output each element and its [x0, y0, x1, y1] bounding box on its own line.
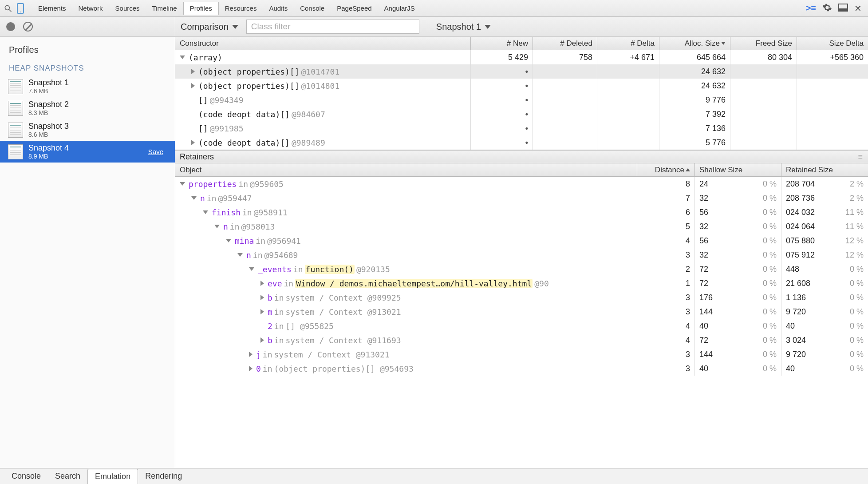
table-row[interactable]: (object properties)[] @1014701 • 24 632 — [175, 64, 868, 79]
col-deleted[interactable]: # Deleted — [533, 37, 597, 50]
svg-line-1 — [9, 9, 12, 12]
drawer-tabs: ConsoleSearchEmulationRendering — [0, 468, 868, 484]
snapshot-item[interactable]: Snapshot 1 7.6 MB — [0, 75, 175, 97]
panel-tabs: ElementsNetworkSourcesTimelineProfilesRe… — [32, 2, 421, 15]
table-row[interactable]: 0 in (object properties)[] @954693 3 400… — [175, 361, 868, 376]
toggle-console-icon[interactable]: >≡ — [806, 3, 816, 13]
search-icon[interactable] — [4, 4, 12, 13]
table-row[interactable]: properties in @959605 8 240 % 208 7042 % — [175, 177, 868, 191]
col-sizedelta[interactable]: Size Delta — [797, 37, 868, 50]
devtools-toolbar: ElementsNetworkSourcesTimelineProfilesRe… — [0, 0, 868, 17]
table-row[interactable]: _events in function() @920135 2 720 % 44… — [175, 262, 868, 276]
table-row[interactable]: m in system / Context @913021 3 1440 % 9… — [175, 305, 868, 319]
view-dropdown-label: Comparison — [181, 22, 229, 32]
sidebar-title: Profiles — [0, 37, 175, 60]
profiles-sidebar: Profiles HEAP SNAPSHOTS Snapshot 1 7.6 M… — [0, 17, 175, 468]
panel-toolbar: Comparison Snapshot 1 — [175, 17, 868, 37]
svg-point-3 — [20, 12, 21, 12]
col-object[interactable]: Object — [175, 163, 637, 176]
clear-icon[interactable] — [23, 22, 33, 32]
table-row[interactable]: (object properties)[] @1014801 • 24 632 — [175, 79, 868, 93]
chevron-down-icon — [485, 25, 491, 29]
col-delta[interactable]: # Delta — [597, 37, 659, 50]
class-filter-input[interactable] — [246, 20, 419, 34]
snapshot-icon — [8, 123, 23, 138]
snapshot-item[interactable]: Snapshot 4 8.9 MB Save — [0, 141, 175, 163]
baseline-dropdown[interactable]: Snapshot 1 — [436, 22, 491, 32]
close-icon[interactable]: ✕ — [854, 3, 862, 14]
drawer-tab-emulation[interactable]: Emulation — [87, 469, 138, 484]
drawer-tab-search[interactable]: Search — [48, 469, 87, 484]
table-row[interactable]: (code deopt data)[] @984607 • 7 392 — [175, 107, 868, 121]
retainers-title: Retainers — [180, 152, 214, 162]
snapshot-name: Snapshot 3 — [28, 122, 69, 131]
drawer-tab-rendering[interactable]: Rendering — [138, 469, 189, 484]
table-row[interactable]: 2 in [] @955825 4 400 % 400 % — [175, 319, 868, 333]
chevron-down-icon — [232, 25, 238, 29]
main: Profiles HEAP SNAPSHOTS Snapshot 1 7.6 M… — [0, 17, 868, 468]
snapshot-icon — [8, 79, 23, 94]
tab-pagespeed[interactable]: PageSpeed — [331, 2, 378, 15]
col-new[interactable]: # New — [471, 37, 533, 50]
baseline-dropdown-label: Snapshot 1 — [436, 22, 481, 32]
snapshot-name: Snapshot 2 — [28, 100, 69, 109]
view-dropdown[interactable]: Comparison — [181, 22, 238, 32]
drawer-tab-console[interactable]: Console — [4, 469, 48, 484]
snapshot-icon — [8, 101, 23, 116]
retainers-title-bar[interactable]: Retainers ≡ — [175, 150, 868, 163]
col-freed[interactable]: Freed Size — [730, 37, 797, 50]
table-row[interactable]: mina in @956941 4 560 % 075 88012 % — [175, 234, 868, 248]
tab-angularjs[interactable]: AngularJS — [378, 2, 421, 15]
snapshot-item[interactable]: Snapshot 3 8.6 MB — [0, 119, 175, 141]
sort-asc-icon — [686, 168, 690, 171]
sidebar-toolbar — [0, 17, 175, 37]
tab-elements[interactable]: Elements — [32, 2, 72, 15]
snapshot-size: 7.6 MB — [28, 87, 69, 95]
table-row[interactable]: b in system / Context @911693 4 720 % 3 … — [175, 333, 868, 347]
table-row[interactable]: finish in @958911 6 560 % 024 03211 % — [175, 205, 868, 219]
col-constructor[interactable]: Constructor — [175, 37, 471, 50]
svg-rect-5 — [839, 8, 848, 11]
comparison-panel: Comparison Snapshot 1 Constructor # New … — [175, 17, 868, 468]
snapshot-size: 8.9 MB — [28, 153, 69, 160]
table-row[interactable]: eve in Window / demos.michaeltempest…om/… — [175, 276, 868, 290]
table-row[interactable]: b in system / Context @909925 3 1760 % 1… — [175, 290, 868, 305]
snapshot-name: Snapshot 4 — [28, 143, 69, 153]
table-row[interactable]: [] @994349 • 9 776 — [175, 93, 868, 107]
col-retained[interactable]: Retained Size — [781, 163, 868, 176]
retainers-header: Object Distance Shallow Size Retained Si… — [175, 163, 868, 177]
settings-icon[interactable] — [822, 3, 832, 14]
tab-network[interactable]: Network — [72, 2, 109, 15]
grip-icon: ≡ — [858, 152, 864, 162]
table-row[interactable]: n in @954689 3 320 % 075 91212 % — [175, 248, 868, 262]
table-row[interactable]: n in @958013 5 320 % 024 06411 % — [175, 219, 868, 234]
table-row[interactable]: n in @959447 7 320 % 208 7362 % — [175, 191, 868, 205]
sort-desc-icon — [721, 42, 726, 45]
col-shallow[interactable]: Shallow Size — [695, 163, 781, 176]
comparison-header: Constructor # New # Deleted # Delta Allo… — [175, 37, 868, 50]
tab-timeline[interactable]: Timeline — [146, 2, 183, 15]
table-row[interactable]: (code deopt data)[] @989489 • 5 776 — [175, 135, 868, 150]
device-icon[interactable] — [14, 2, 27, 15]
snapshot-size: 8.6 MB — [28, 131, 69, 138]
col-distance[interactable]: Distance — [637, 163, 695, 176]
table-row[interactable]: [] @991985 • 7 136 — [175, 121, 868, 135]
sidebar-category: HEAP SNAPSHOTS — [0, 60, 175, 75]
snapshot-size: 8.3 MB — [28, 109, 69, 116]
tab-sources[interactable]: Sources — [109, 2, 146, 15]
snapshot-name: Snapshot 1 — [28, 78, 69, 87]
table-row[interactable]: j in system / Context @913021 3 1440 % 9… — [175, 347, 868, 361]
table-row[interactable]: (array) 5 429 758 +4 671 645 664 80 304 … — [175, 50, 868, 64]
col-alloc[interactable]: Alloc. Size — [659, 37, 730, 50]
svg-point-0 — [5, 5, 9, 10]
snapshot-item[interactable]: Snapshot 2 8.3 MB — [0, 97, 175, 119]
snapshot-icon — [8, 144, 23, 159]
tab-profiles[interactable]: Profiles — [183, 2, 219, 15]
record-icon[interactable] — [6, 22, 15, 31]
tab-audits[interactable]: Audits — [263, 2, 294, 15]
tab-resources[interactable]: Resources — [219, 2, 263, 15]
dock-icon[interactable] — [838, 4, 848, 13]
comparison-table: Constructor # New # Deleted # Delta Allo… — [175, 37, 868, 150]
tab-console[interactable]: Console — [294, 2, 331, 15]
save-link[interactable]: Save — [148, 148, 167, 155]
